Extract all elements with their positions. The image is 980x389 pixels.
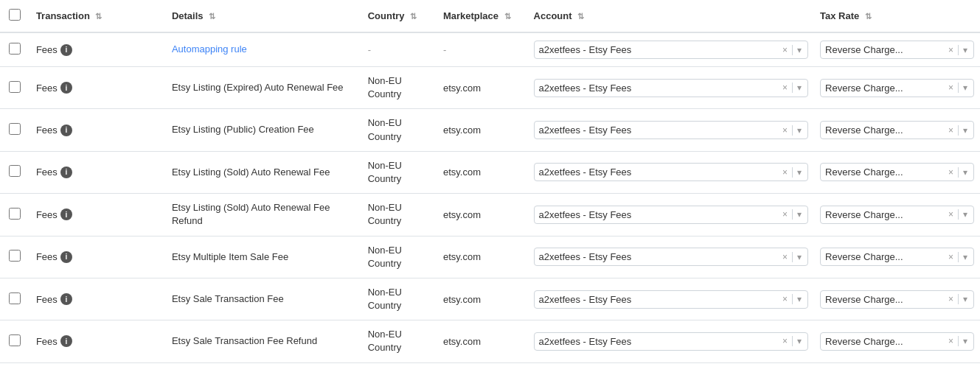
marketplace-cell: etsy.com	[437, 278, 528, 320]
taxrate-chevron-button[interactable]: ▾	[962, 295, 969, 304]
taxrate-select-dropdown[interactable]: Reverse Charge... × ▾	[820, 290, 974, 309]
taxrate-clear-button[interactable]: ×	[947, 295, 955, 304]
taxrate-clear-button[interactable]: ×	[947, 210, 955, 219]
account-select-value: a2xetfees - Etsy Fees	[539, 83, 778, 94]
account-cell: a2xetfees - Etsy Fees × ▾	[528, 194, 814, 236]
details-cell: Etsy Multiple Item Sale Fee	[166, 236, 362, 278]
taxrate-select-dropdown[interactable]: Reverse Charge... × ▾	[820, 248, 974, 266]
account-clear-button[interactable]: ×	[781, 253, 789, 262]
sort-marketplace-icon[interactable]: ⇅	[504, 12, 511, 21]
sort-taxrate-icon[interactable]: ⇅	[865, 12, 872, 21]
taxrate-select-divider	[958, 125, 959, 136]
taxrate-chevron-button[interactable]: ▾	[962, 46, 969, 55]
row-checkbox-5[interactable]	[9, 250, 21, 262]
country-text: Non-EU Country	[368, 202, 402, 226]
account-select-dropdown[interactable]: a2xetfees - Etsy Fees × ▾	[534, 206, 808, 224]
sort-details-icon[interactable]: ⇅	[209, 12, 215, 21]
taxrate-clear-button[interactable]: ×	[947, 83, 955, 92]
marketplace-text: etsy.com	[443, 83, 481, 94]
sort-transaction-icon[interactable]: ⇅	[95, 12, 102, 21]
taxrate-chevron-button[interactable]: ▾	[962, 83, 969, 92]
taxrate-clear-button[interactable]: ×	[947, 126, 955, 135]
transaction-cell: Fees i	[30, 236, 166, 278]
taxrate-cell: Reverse Charge... × ▾	[814, 236, 980, 278]
account-clear-button[interactable]: ×	[781, 83, 789, 92]
select-all-checkbox[interactable]	[9, 9, 21, 21]
account-chevron-button[interactable]: ▾	[796, 83, 803, 92]
account-select-dropdown[interactable]: a2xetfees - Etsy Fees × ▾	[534, 248, 808, 266]
account-select-dropdown[interactable]: a2xetfees - Etsy Fees × ▾	[534, 121, 808, 139]
account-cell: a2xetfees - Etsy Fees × ▾	[528, 109, 814, 151]
taxrate-clear-button[interactable]: ×	[947, 337, 955, 346]
taxrate-select-dropdown[interactable]: Reverse Charge... × ▾	[820, 41, 974, 59]
account-chevron-button[interactable]: ▾	[796, 295, 803, 304]
row-checkbox-0[interactable]	[9, 43, 21, 55]
account-chevron-button[interactable]: ▾	[796, 337, 803, 346]
account-clear-button[interactable]: ×	[781, 46, 789, 55]
info-icon[interactable]: i	[60, 335, 72, 347]
account-select-dropdown[interactable]: a2xetfees - Etsy Fees × ▾	[534, 163, 808, 181]
header-country: Country ⇅	[362, 0, 437, 32]
account-chevron-button[interactable]: ▾	[796, 126, 803, 135]
taxrate-clear-button[interactable]: ×	[947, 168, 955, 177]
transaction-text: Fees	[36, 209, 58, 220]
account-chevron-button[interactable]: ▾	[796, 210, 803, 219]
taxrate-chevron-button[interactable]: ▾	[962, 337, 969, 346]
details-text[interactable]: Automapping rule	[172, 43, 247, 55]
taxrate-cell: Reverse Charge... × ▾	[814, 320, 980, 362]
taxrate-select-dropdown[interactable]: Reverse Charge... × ▾	[820, 79, 974, 97]
taxrate-select-dropdown[interactable]: Reverse Charge... × ▾	[820, 121, 974, 139]
row-checkbox-3[interactable]	[9, 165, 21, 177]
taxrate-cell: Reverse Charge... × ▾	[814, 32, 980, 67]
transaction-cell: Fees i	[30, 109, 166, 151]
info-icon[interactable]: i	[60, 208, 72, 220]
row-checkbox-6[interactable]	[9, 292, 21, 304]
row-checkbox-2[interactable]	[9, 123, 21, 135]
account-clear-button[interactable]: ×	[781, 168, 789, 177]
row-checkbox-4[interactable]	[9, 208, 21, 220]
marketplace-dash: -	[443, 44, 446, 55]
info-icon[interactable]: i	[60, 125, 72, 136]
account-chevron-button[interactable]: ▾	[796, 168, 803, 177]
taxrate-select-dropdown[interactable]: Reverse Charge... × ▾	[820, 163, 974, 181]
taxrate-select-actions: × ▾	[947, 252, 969, 262]
account-chevron-button[interactable]: ▾	[796, 46, 803, 55]
country-text: Non-EU Country	[368, 75, 402, 99]
info-icon[interactable]: i	[60, 167, 72, 178]
info-icon[interactable]: i	[60, 44, 72, 56]
marketplace-cell: etsy.com	[437, 109, 528, 151]
info-icon[interactable]: i	[60, 293, 72, 305]
taxrate-select-actions: × ▾	[947, 209, 969, 220]
select-divider	[792, 209, 793, 220]
details-cell: Etsy Sale Transaction Fee Refund	[166, 320, 362, 362]
account-clear-button[interactable]: ×	[781, 295, 789, 304]
row-checkbox-1[interactable]	[9, 81, 21, 93]
account-select-dropdown[interactable]: a2xetfees - Etsy Fees × ▾	[534, 79, 808, 97]
account-clear-button[interactable]: ×	[781, 337, 789, 346]
account-clear-button[interactable]: ×	[781, 126, 789, 135]
taxrate-chevron-button[interactable]: ▾	[962, 126, 969, 135]
sort-account-icon[interactable]: ⇅	[577, 12, 584, 21]
info-icon[interactable]: i	[60, 251, 72, 263]
account-select-dropdown[interactable]: a2xetfees - Etsy Fees × ▾	[534, 332, 808, 351]
taxrate-chevron-button[interactable]: ▾	[962, 168, 969, 177]
taxrate-clear-button[interactable]: ×	[947, 253, 955, 262]
info-icon[interactable]: i	[60, 82, 72, 94]
taxrate-select-divider	[958, 83, 959, 93]
details-text: Etsy Listing (Sold) Auto Renewal Fee Ref…	[172, 202, 330, 226]
account-select-dropdown[interactable]: a2xetfees - Etsy Fees × ▾	[534, 41, 808, 59]
taxrate-clear-button[interactable]: ×	[947, 46, 955, 55]
taxrate-chevron-button[interactable]: ▾	[962, 210, 969, 219]
country-text: Non-EU Country	[368, 117, 402, 141]
taxrate-select-dropdown[interactable]: Reverse Charge... × ▾	[820, 332, 974, 351]
account-select-dropdown[interactable]: a2xetfees - Etsy Fees × ▾	[534, 290, 808, 309]
account-select-actions: × ▾	[781, 252, 803, 262]
account-chevron-button[interactable]: ▾	[796, 253, 803, 262]
account-clear-button[interactable]: ×	[781, 210, 789, 219]
account-cell: a2xetfees - Etsy Fees × ▾	[528, 32, 814, 67]
row-checkbox-7[interactable]	[9, 334, 21, 346]
taxrate-chevron-button[interactable]: ▾	[962, 253, 969, 262]
transaction-text: Fees	[36, 83, 58, 94]
taxrate-select-dropdown[interactable]: Reverse Charge... × ▾	[820, 206, 974, 224]
sort-country-icon[interactable]: ⇅	[410, 12, 417, 21]
